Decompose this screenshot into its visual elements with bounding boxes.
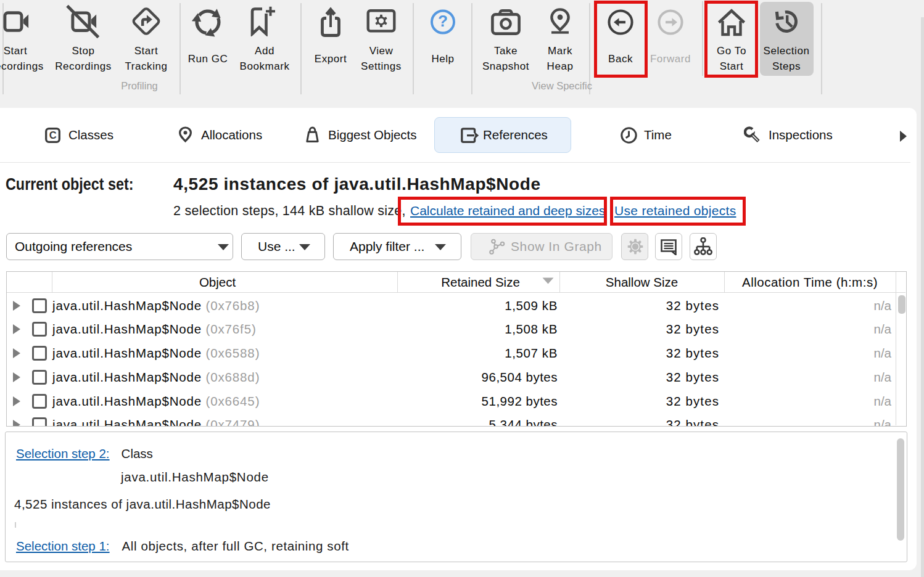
svg-text:C: C bbox=[49, 129, 57, 141]
svg-text:?: ? bbox=[438, 12, 448, 30]
